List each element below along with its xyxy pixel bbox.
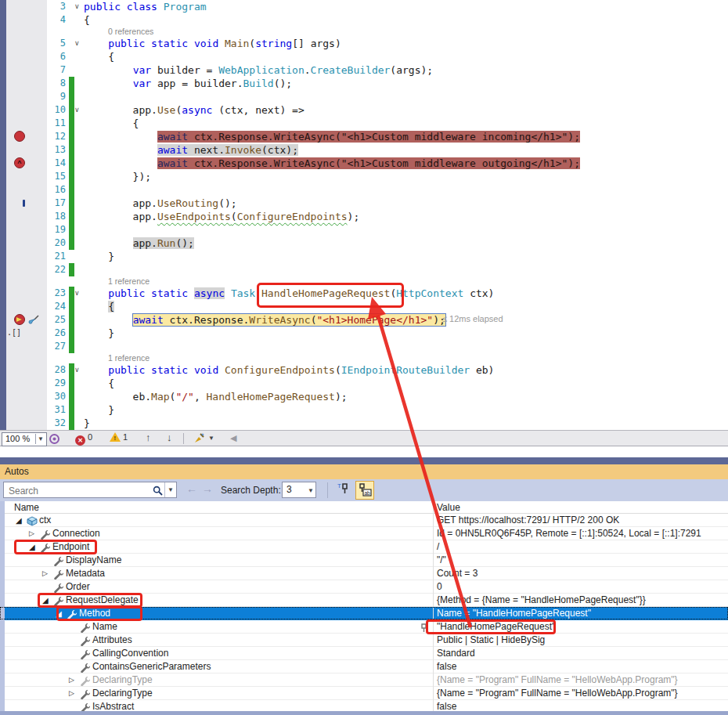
- autos-row-Metadata[interactable]: ▷MetadataCount = 3: [0, 567, 728, 580]
- code-line-4: 4{: [0, 13, 728, 27]
- fold-chevron-icon[interactable]: ∨: [74, 364, 80, 376]
- code-text: }: [84, 327, 114, 340]
- line-number: 27: [44, 340, 66, 353]
- pin-to-source-button[interactable]: T: [335, 481, 354, 500]
- prev-issue-button[interactable]: ↑: [146, 432, 151, 443]
- change-tracking-bar: [69, 197, 74, 210]
- autos-row-Endpoint[interactable]: ◢Endpoint/: [0, 540, 728, 554]
- toolbar-separator: [327, 482, 328, 498]
- editor-statusbar: 100 % ▼ ✕ 0 ! 1 ↑ ↓ ▼ ◀: [0, 430, 728, 446]
- codelens-references[interactable]: 1 reference: [108, 353, 150, 363]
- fold-chevron-icon[interactable]: ∨: [74, 104, 80, 116]
- code-token: await: [157, 131, 188, 143]
- search-input[interactable]: [7, 483, 143, 498]
- codelens-references[interactable]: 1 reference: [108, 276, 150, 286]
- expander-open-icon[interactable]: ◢: [16, 515, 22, 525]
- breakpoint-current-icon[interactable]: [14, 314, 25, 325]
- change-tracking-bar: [69, 223, 74, 237]
- search-depth-label: Search Depth:: [221, 485, 281, 496]
- autos-row-Name[interactable]: Name"HandleHomePageRequest": [0, 620, 728, 634]
- code-text: }: [84, 250, 114, 263]
- health-indicator-icon[interactable]: [49, 433, 60, 446]
- code-token: [121, 1, 127, 13]
- code-line-7: 7 var builder = WebApplication.CreateBui…: [0, 63, 728, 77]
- expander-closed-icon[interactable]: ▷: [69, 688, 74, 699]
- line-number: 29: [44, 377, 66, 390]
- autos-row-RequestDelegate[interactable]: ◢RequestDelegate{Method = {Name = "Handl…: [0, 594, 728, 607]
- code-text: await ctx.Response.WriteAsync("<h1>Custo…: [84, 157, 580, 170]
- code-token: {: [108, 301, 114, 312]
- breakpoint-icon[interactable]: ^: [14, 157, 25, 168]
- autos-row-ContainsGenericParameters[interactable]: ContainsGenericParametersfalse: [0, 660, 728, 673]
- chevron-down-icon[interactable]: ▼: [164, 482, 176, 497]
- error-count[interactable]: ✕ 0: [75, 432, 92, 446]
- line-number: 21: [44, 250, 66, 263]
- show-pinned-properties-button[interactable]: ab: [355, 481, 374, 500]
- autos-row-CallingConvention[interactable]: CallingConventionStandard: [0, 647, 728, 660]
- code-line-16: 16: [0, 183, 728, 197]
- autos-row-DeclaringType[interactable]: ▷DeclaringType{Name = "Program" FullName…: [0, 687, 728, 700]
- code-line-20: 20 app.Run();: [0, 237, 728, 250]
- warning-count[interactable]: ! 1: [110, 432, 128, 442]
- autos-left-border: [0, 501, 5, 715]
- code-statement: await next.Invoke(ctx);: [157, 144, 298, 156]
- code-line-13: 13 await next.Invoke(ctx);: [0, 143, 728, 157]
- code-statement: {: [84, 14, 90, 26]
- search-box[interactable]: ▼: [3, 482, 177, 498]
- code-line-31: 31 }: [0, 403, 728, 417]
- zoom-level-combo[interactable]: 100 % ▼: [2, 432, 47, 446]
- row-name: Connection: [52, 528, 100, 539]
- autos-titlebar[interactable]: Autos: [0, 464, 728, 479]
- chevron-down-icon[interactable]: ▼: [208, 435, 214, 442]
- annotation-box: [426, 619, 556, 634]
- fold-chevron-icon[interactable]: ∨: [74, 38, 80, 49]
- autos-title-label: Autos: [5, 466, 29, 477]
- svg-text:ab: ab: [365, 490, 371, 496]
- code-line-30: 30 eb.Map("/", HandleHomePageRequest);: [0, 390, 728, 403]
- search-depth-combo[interactable]: 3 ▼: [282, 482, 316, 498]
- line-number: 4: [44, 13, 66, 27]
- fold-chevron-icon[interactable]: ∨: [74, 287, 80, 299]
- change-tracking-bar: [69, 363, 74, 377]
- code-line-32: 32}: [0, 417, 728, 430]
- code-editor[interactable]: 3∨public class Program4{0 references5∨ p…: [0, 0, 728, 430]
- column-header-value[interactable]: Value: [437, 502, 460, 513]
- line-number: 23: [44, 287, 66, 300]
- autos-row-Order[interactable]: Order0: [0, 580, 728, 594]
- change-tracking-bar: [69, 377, 74, 390]
- perf-tip[interactable]: ≤ 12ms elapsed: [442, 314, 503, 323]
- expander-closed-icon[interactable]: ▷: [42, 569, 48, 579]
- code-text: app.UseRouting();: [84, 197, 237, 210]
- autos-row-DisplayName[interactable]: DisplayName"/": [0, 554, 728, 567]
- expander-closed-icon[interactable]: ▷: [69, 675, 74, 685]
- codelens-references[interactable]: 0 references: [108, 27, 153, 36]
- breakpoint-icon[interactable]: [14, 131, 25, 142]
- line-number: 6: [44, 50, 66, 63]
- code-token: [145, 364, 151, 376]
- row-value: Standard: [437, 648, 475, 659]
- autos-row-DeclaringType[interactable]: ▷DeclaringType{Name = "Program" FullName…: [0, 673, 728, 687]
- next-issue-button[interactable]: ↓: [167, 432, 172, 443]
- search-forward-arrow[interactable]: →: [202, 482, 213, 495]
- autos-row-Method[interactable]: ◢MethodName = "HandleHomePageRequest": [0, 607, 728, 620]
- autos-row-ctx[interactable]: ◢ctxGET https://localhost:7291/ HTTP/2 2…: [0, 514, 728, 527]
- code-cleanup-icon[interactable]: [193, 432, 206, 446]
- expander-closed-icon[interactable]: ▷: [29, 529, 34, 539]
- search-back-arrow[interactable]: ←: [186, 482, 197, 495]
- chevron-down-icon[interactable]: ▼: [35, 434, 45, 444]
- line-number: 25: [44, 313, 66, 327]
- code-token: ctx.Response.: [188, 131, 274, 143]
- autos-column-header[interactable]: Name Value: [0, 501, 728, 514]
- autos-row-Connection[interactable]: ▷ConnectionId = 0HN5LR0Q6F45P, Remote = …: [0, 527, 728, 540]
- fold-chevron-icon[interactable]: ∨: [74, 1, 80, 13]
- column-divider[interactable]: [433, 501, 434, 711]
- code-token: await: [133, 314, 164, 326]
- code-text: {: [84, 13, 90, 27]
- code-token: "<h1>Custom middleware incoming</h1>": [341, 131, 568, 143]
- hscroll-left-arrow[interactable]: ◀: [230, 433, 236, 443]
- code-token: [145, 38, 151, 49]
- autos-row-Attributes[interactable]: AttributesPublic | Static | HideBySig: [0, 634, 728, 647]
- code-token: }: [84, 404, 114, 416]
- column-header-name[interactable]: Name: [14, 502, 39, 513]
- window-splitter[interactable]: [0, 457, 728, 464]
